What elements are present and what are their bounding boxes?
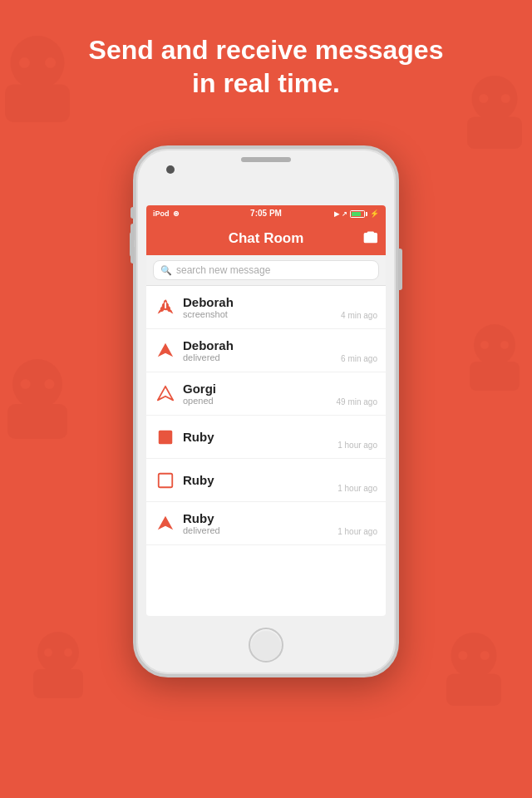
message-status: delivered [183,352,341,362]
search-placeholder-text: search new message [176,264,270,276]
volume-down-button [131,247,135,264]
list-item[interactable]: Gorgi opened 49 min ago [146,372,386,416]
svg-marker-27 [158,342,173,357]
svg-rect-9 [7,404,67,439]
sender-name: Deborah [183,295,341,309]
wifi-icon: ⊛ [173,209,180,218]
square-outline-icon [155,470,176,491]
charging-icon: ⚡ [370,209,379,218]
message-status: delivered [183,525,337,535]
message-time: 49 min ago [337,397,377,406]
search-bar-container: 🔍 search new message [146,255,386,286]
status-time: 7:05 PM [250,209,282,218]
svg-marker-28 [158,386,173,400]
svg-point-15 [500,341,509,349]
location-icon: ▶ [334,210,339,218]
svg-marker-31 [158,515,173,530]
square-filled-icon [155,426,176,448]
sender-name: Ruby [183,473,337,487]
delivered-icon-2 [155,513,176,534]
phone-top-area [200,157,332,167]
svg-point-20 [451,633,497,678]
phone-home-button[interactable] [249,628,283,663]
list-item[interactable]: Deborah screenshot 4 min ago [146,286,386,329]
svg-rect-30 [159,473,173,487]
message-content: Ruby [183,430,337,444]
sender-name: Deborah [183,338,341,352]
svg-rect-29 [159,430,173,444]
message-content: Gorgi opened [183,382,337,406]
status-bar: iPod ⊛ 7:05 PM ▶ ↗ ⚡ [146,205,386,222]
status-left: iPod ⊛ [153,209,180,218]
phone-screen: iPod ⊛ 7:05 PM ▶ ↗ ⚡ Chat Room [146,205,386,616]
header-line1: Send and receive messages [89,35,444,65]
message-time: 4 min ago [341,311,377,320]
list-item[interactable]: Ruby 1 hour ago [146,459,386,502]
status-right: ▶ ↗ ⚡ [334,209,379,218]
search-icon: 🔍 [160,265,172,276]
svg-point-16 [37,632,79,673]
header-line2: in real time. [192,68,340,98]
camera-icon[interactable] [362,230,377,247]
battery-icon [350,210,367,218]
message-list: Deborah screenshot 4 min ago Deborah del… [146,286,386,545]
svg-point-14 [480,341,489,349]
list-item[interactable]: Ruby 1 hour ago [146,416,386,459]
sender-name: Ruby [183,430,337,444]
mute-button [131,207,135,219]
phone-frame: iPod ⊛ 7:05 PM ▶ ↗ ⚡ Chat Room [133,145,399,677]
svg-point-19 [64,648,72,657]
opened-icon [155,383,176,405]
arrow-icon: ↗ [342,210,347,218]
svg-rect-17 [33,669,83,698]
svg-point-18 [44,648,52,657]
nav-bar: Chat Room [146,222,386,255]
message-status: screenshot [183,309,341,319]
message-content: Ruby delivered [183,511,337,535]
message-content: Deborah delivered [183,338,341,362]
delivered-icon [155,340,176,362]
list-item[interactable]: Ruby delivered 1 hour ago [146,502,386,545]
message-time: 1 hour ago [337,441,377,450]
svg-point-12 [474,324,515,366]
phone-camera [166,165,175,174]
sender-name: Ruby [183,511,337,525]
nav-title: Chat Room [229,230,304,247]
sender-name: Gorgi [183,382,337,396]
message-content: Deborah screenshot [183,295,341,319]
message-time: 6 min ago [341,354,377,363]
message-time: 1 hour ago [337,484,377,493]
ipod-label: iPod [153,209,170,218]
message-time: 1 hour ago [337,527,377,536]
svg-rect-13 [470,362,520,391]
svg-point-22 [458,651,467,660]
message-content: Ruby [183,473,337,487]
svg-point-11 [44,379,54,389]
screenshot-icon [155,297,176,318]
volume-up-button [131,224,135,240]
svg-point-10 [21,379,31,389]
search-bar[interactable]: 🔍 search new message [153,260,379,280]
message-status: opened [183,396,337,406]
svg-rect-21 [446,674,501,707]
list-item[interactable]: Deborah delivered 6 min ago [146,329,386,372]
header-text: Send and receive messages in real time. [0,33,532,100]
svg-rect-5 [467,117,522,150]
svg-point-23 [480,651,490,660]
phone-speaker [241,157,291,162]
svg-point-8 [12,359,62,409]
